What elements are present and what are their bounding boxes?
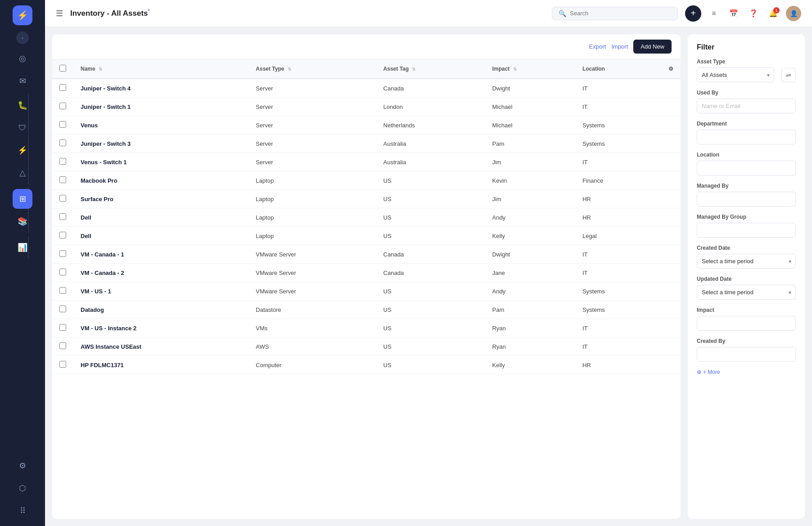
select-all-checkbox[interactable] [59, 65, 66, 72]
row-name[interactable]: Datadog [73, 301, 248, 319]
filter-location-label: Location [697, 152, 796, 158]
search-bar[interactable]: 🔍 [552, 7, 678, 20]
filter-managed-by-input[interactable] [697, 192, 796, 207]
row-name[interactable]: AWS Instance USEast [73, 337, 248, 356]
row-checkbox-cell [52, 135, 73, 153]
calendar-icon[interactable]: 📅 [726, 6, 741, 21]
sidebar-item-inbox[interactable]: ✉ [13, 71, 32, 91]
asset-type-select[interactable]: All Assets [697, 67, 774, 82]
row-asset-tag: Australia [376, 135, 485, 153]
row-name[interactable]: VM - Canada - 2 [73, 264, 248, 282]
row-name[interactable]: VM - Canada - 1 [73, 245, 248, 264]
row-impact: Jim [485, 153, 575, 171]
row-impact: Dwight [485, 79, 575, 98]
row-actions [661, 245, 681, 264]
name-sort-icon[interactable]: ⇅ [99, 67, 102, 72]
asset-type-sort-icon[interactable]: ⇅ [288, 67, 291, 72]
row-asset-tag: Canada [376, 79, 485, 98]
filter-created-date-select[interactable]: Select a time period [697, 254, 796, 269]
row-name[interactable]: Juniper - Switch 1 [73, 98, 248, 116]
row-checkbox-cell [52, 337, 73, 356]
sidebar-item-settings[interactable]: ⚙ [13, 456, 32, 476]
row-name[interactable]: Macbook Pro [73, 171, 248, 190]
sidebar-item-apps[interactable]: ⠿ [13, 501, 32, 521]
row-checkbox[interactable] [59, 361, 66, 368]
sidebar-item-dashboard[interactable]: ◎ [13, 49, 32, 68]
row-actions [661, 337, 681, 356]
table-area: Export Import Add New Nam [52, 34, 681, 519]
row-checkbox[interactable] [59, 269, 66, 275]
row-impact: Pam [485, 301, 575, 319]
row-checkbox[interactable] [59, 324, 66, 331]
sidebar-item-alert[interactable]: △ [13, 163, 32, 183]
filter-managed-by-group-input[interactable] [697, 223, 796, 238]
search-input[interactable] [570, 10, 660, 17]
created-date-select-wrap: Select a time period ▾ [697, 254, 796, 269]
col-location: Location [575, 59, 661, 79]
impact-sort-icon[interactable]: ⇅ [513, 67, 517, 72]
filter-updated-date-select[interactable]: Select a time period [697, 285, 796, 300]
row-name[interactable]: Venus [73, 116, 248, 135]
filter-department-input[interactable] [697, 130, 796, 144]
filter-impact-input[interactable] [697, 316, 796, 331]
add-button[interactable]: + [685, 5, 701, 22]
row-location: IT [575, 153, 661, 171]
row-name[interactable]: Dell [73, 208, 248, 227]
filter-created-by-input[interactable] [697, 347, 796, 362]
row-asset-type: VMware Server [248, 264, 376, 282]
asset-tag-sort-icon[interactable]: ⇅ [412, 67, 415, 72]
row-checkbox[interactable] [59, 306, 66, 312]
row-name[interactable]: Surface Pro [73, 190, 248, 208]
row-checkbox[interactable] [59, 103, 66, 109]
add-new-button[interactable]: Add New [633, 40, 672, 54]
asset-type-row: All Assets ▾ ⇌ [697, 67, 796, 82]
row-checkbox[interactable] [59, 195, 66, 202]
sidebar-item-bugs[interactable]: 🐛 [13, 95, 32, 115]
row-actions [661, 301, 681, 319]
table-row: VM - Canada - 2 VMware Server Canada Jan… [52, 264, 681, 282]
sidebar-item-shield[interactable]: 🛡 [13, 118, 32, 138]
settings-icon[interactable]: ⚙ [668, 66, 673, 72]
row-checkbox[interactable] [59, 121, 66, 128]
row-name[interactable]: VM - US - Instance 2 [73, 319, 248, 337]
sidebar-item-layers[interactable]: ⊞ [13, 189, 32, 209]
row-checkbox[interactable] [59, 213, 66, 220]
row-name[interactable]: Juniper - Switch 4 [73, 79, 248, 98]
row-name[interactable]: Dell [73, 227, 248, 245]
row-name[interactable]: Juniper - Switch 3 [73, 135, 248, 153]
more-filters-link[interactable]: ⊕ + More [697, 369, 796, 375]
row-checkbox[interactable] [59, 139, 66, 146]
filter-used-by-input[interactable] [697, 99, 796, 113]
import-button[interactable]: Import [611, 43, 628, 50]
menu-icon[interactable]: ☰ [56, 9, 63, 18]
row-checkbox[interactable] [59, 342, 66, 349]
row-name[interactable]: HP FDLMC1371 [73, 356, 248, 374]
sidebar-item-cube[interactable]: ⬡ [13, 478, 32, 498]
sidebar-item-chart[interactable]: 📊 [13, 238, 32, 257]
row-asset-tag: London [376, 98, 485, 116]
row-checkbox[interactable] [59, 287, 66, 294]
filter-reset-icon[interactable]: ⇌ [781, 68, 796, 82]
content-area: Export Import Add New Nam [45, 27, 812, 526]
filter-location-input[interactable] [697, 161, 796, 175]
avatar[interactable]: 👤 [786, 6, 801, 21]
row-checkbox[interactable] [59, 250, 66, 257]
title-sup: * [148, 9, 150, 13]
row-checkbox[interactable] [59, 176, 66, 183]
sidebar-item-bolt[interactable]: ⚡ [13, 140, 32, 160]
filter-updated-date-label: Updated Date [697, 276, 796, 282]
row-actions [661, 135, 681, 153]
sidebar-toggle[interactable]: › [16, 31, 29, 44]
row-checkbox[interactable] [59, 232, 66, 238]
row-name[interactable]: Venus - Switch 1 [73, 153, 248, 171]
notifications-icon[interactable]: 🔔 1 [766, 6, 780, 21]
row-impact: Ryan [485, 319, 575, 337]
list-icon[interactable]: ≡ [707, 6, 721, 21]
row-name[interactable]: VM - US - 1 [73, 282, 248, 301]
sidebar-item-book[interactable]: 📚 [13, 211, 32, 231]
main-content: ☰ Inventory - All Assets* 🔍 + ≡ 📅 ❓ 🔔 1 [45, 0, 812, 526]
row-checkbox[interactable] [59, 84, 66, 91]
help-icon[interactable]: ❓ [746, 6, 761, 21]
export-button[interactable]: Export [589, 43, 606, 50]
row-checkbox[interactable] [59, 158, 66, 165]
